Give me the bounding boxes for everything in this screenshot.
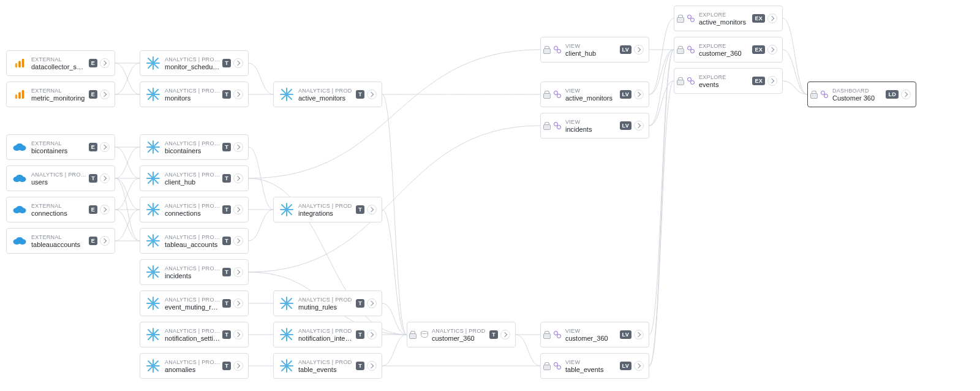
expand-button[interactable] bbox=[100, 58, 110, 68]
edge bbox=[115, 63, 140, 94]
expand-button[interactable] bbox=[367, 330, 377, 340]
expand-button[interactable] bbox=[100, 236, 110, 246]
node-name: event_muting_rules bbox=[165, 303, 220, 311]
lineage-node-a10[interactable]: ANALYTICS | PROD_...anomaliesT bbox=[140, 353, 249, 379]
lineage-node-v3[interactable]: VIEWincidentsLV bbox=[540, 113, 649, 139]
expand-button[interactable] bbox=[233, 58, 243, 68]
lineage-canvas[interactable]: { "badges": { "E": "E", "T": "T", "LV": … bbox=[0, 0, 980, 391]
expand-button[interactable] bbox=[634, 45, 644, 55]
lineage-node-a8[interactable]: ANALYTICS | PROD_...event_muting_rulesT bbox=[140, 290, 249, 316]
node-caption: EXTERNAL bbox=[31, 140, 86, 146]
expand-button[interactable] bbox=[233, 142, 243, 152]
node-caption: EXPLORE bbox=[699, 74, 750, 80]
svg-point-17 bbox=[16, 237, 23, 243]
node-type-badge: T bbox=[222, 268, 231, 276]
looker-icon bbox=[554, 91, 561, 98]
expand-button[interactable] bbox=[901, 89, 911, 99]
lineage-node-e1[interactable]: EXPLOREactive_monitorsEX bbox=[674, 6, 783, 31]
expand-button[interactable] bbox=[634, 121, 644, 131]
node-caption: ANALYTICS | PROD_... bbox=[165, 265, 220, 271]
lineage-node-a9[interactable]: ANALYTICS | PROD_...notification_settin.… bbox=[140, 322, 249, 347]
expand-button[interactable] bbox=[634, 89, 644, 99]
expand-button[interactable] bbox=[500, 330, 510, 340]
lineage-node-v5[interactable]: VIEWtable_eventsLV bbox=[540, 353, 649, 379]
node-caption: ANALYTICS | PROD_... bbox=[31, 172, 86, 178]
expand-button[interactable] bbox=[634, 330, 644, 340]
node-caption: ANALYTICS | PROD_... bbox=[165, 56, 220, 63]
node-type-badge: T bbox=[356, 362, 364, 370]
lineage-node-e2[interactable]: EXPLOREcustomer_360EX bbox=[674, 37, 783, 63]
lineage-node-a2[interactable]: ANALYTICS | PROD_...monitorsT bbox=[140, 82, 249, 107]
expand-button[interactable] bbox=[367, 89, 377, 99]
expand-button[interactable] bbox=[367, 205, 377, 214]
node-type-badge: T bbox=[222, 362, 231, 370]
expand-button[interactable] bbox=[367, 361, 377, 371]
node-caption: ANALYTICS | PROD_... bbox=[165, 140, 220, 146]
expand-button[interactable] bbox=[233, 205, 243, 214]
node-caption: EXTERNAL bbox=[31, 88, 86, 94]
node-name: client_hub bbox=[565, 50, 617, 57]
expand-button[interactable] bbox=[233, 89, 243, 99]
lineage-node-b4[interactable]: ANALYTICS | PRODnotification_integr...T bbox=[273, 322, 382, 347]
node-type-badge: EX bbox=[752, 45, 765, 54]
node-type-badge: E bbox=[89, 205, 97, 214]
expand-button[interactable] bbox=[100, 142, 110, 152]
lineage-node-b2[interactable]: ANALYTICS | PRODintegrationsT bbox=[273, 197, 382, 222]
expand-button[interactable] bbox=[233, 236, 243, 246]
lineage-node-e3[interactable]: EXPLOREeventsEX bbox=[674, 68, 783, 94]
lineage-node-ga2[interactable]: EXTERNALmetric_monitoringE bbox=[6, 82, 115, 107]
looker-icon bbox=[554, 331, 561, 338]
node-source-icon bbox=[145, 202, 161, 218]
lineage-node-v1[interactable]: VIEWclient_hubLV bbox=[540, 37, 649, 63]
svg-rect-2 bbox=[22, 59, 24, 68]
node-source-icon bbox=[12, 55, 28, 71]
lineage-node-v2[interactable]: VIEWactive_monitorsLV bbox=[540, 82, 649, 107]
lineage-node-ga1[interactable]: EXTERNALdatacollector_sch...E bbox=[6, 50, 115, 76]
expand-button[interactable] bbox=[233, 173, 243, 183]
node-source-icon bbox=[12, 86, 28, 102]
expand-button[interactable] bbox=[233, 361, 243, 371]
expand-button[interactable] bbox=[100, 205, 110, 214]
lock-icon bbox=[810, 91, 817, 98]
node-name: monitor_schedules bbox=[165, 63, 220, 70]
lineage-node-d1[interactable]: DASHBOARDCustomer 360LD bbox=[807, 82, 916, 107]
expand-button[interactable] bbox=[233, 267, 243, 277]
lineage-node-b1[interactable]: ANALYTICS | PRODactive_monitorsT bbox=[273, 82, 382, 107]
node-caption: ANALYTICS | PROD_... bbox=[165, 234, 220, 240]
node-name: client_hub bbox=[165, 178, 220, 186]
node-type-badge: EX bbox=[752, 14, 765, 23]
lineage-node-a7[interactable]: ANALYTICS | PROD_...incidentsT bbox=[140, 259, 249, 285]
lineage-node-c1[interactable]: ANALYTICS | PRODcustomer_360T bbox=[407, 322, 516, 347]
lineage-node-a1[interactable]: ANALYTICS | PROD_...monitor_schedulesT bbox=[140, 50, 249, 76]
lineage-node-a3[interactable]: ANALYTICS | PROD_...bicontainersT bbox=[140, 134, 249, 160]
node-source-icon bbox=[145, 264, 161, 280]
expand-button[interactable] bbox=[233, 298, 243, 308]
lineage-node-v4[interactable]: VIEWcustomer_360LV bbox=[540, 322, 649, 347]
expand-button[interactable] bbox=[100, 173, 110, 183]
lock-icon bbox=[676, 15, 684, 22]
expand-button[interactable] bbox=[100, 89, 110, 99]
node-source-icon bbox=[12, 139, 28, 155]
node-type-badge: T bbox=[356, 205, 364, 214]
lineage-node-a6[interactable]: ANALYTICS | PROD_...tableau_accountsT bbox=[140, 228, 249, 254]
node-name: table_events bbox=[298, 366, 353, 373]
expand-button[interactable] bbox=[367, 298, 377, 308]
lineage-node-sf4[interactable]: EXTERNALtableauaccountsE bbox=[6, 228, 115, 254]
database-icon bbox=[420, 330, 428, 339]
node-caption: ANALYTICS | PROD bbox=[298, 359, 353, 365]
lineage-node-sf3[interactable]: EXTERNALconnectionsE bbox=[6, 197, 115, 222]
lineage-node-a4[interactable]: ANALYTICS | PROD_...client_hubT bbox=[140, 165, 249, 191]
lineage-node-sf1[interactable]: EXTERNALbicontainersE bbox=[6, 134, 115, 160]
lineage-node-b3[interactable]: ANALYTICS | PRODmuting_rulesT bbox=[273, 290, 382, 316]
edge bbox=[115, 210, 140, 241]
expand-button[interactable] bbox=[233, 330, 243, 340]
lineage-node-a5[interactable]: ANALYTICS | PROD_...connectionsT bbox=[140, 197, 249, 222]
expand-button[interactable] bbox=[767, 76, 777, 86]
node-source-icon bbox=[145, 233, 161, 249]
lineage-node-b5[interactable]: ANALYTICS | PRODtable_eventsT bbox=[273, 353, 382, 379]
expand-button[interactable] bbox=[767, 45, 777, 55]
expand-button[interactable] bbox=[767, 13, 777, 23]
node-source-icon bbox=[12, 202, 28, 218]
lineage-node-sf2[interactable]: ANALYTICS | PROD_...usersT bbox=[6, 165, 115, 191]
expand-button[interactable] bbox=[634, 361, 644, 371]
